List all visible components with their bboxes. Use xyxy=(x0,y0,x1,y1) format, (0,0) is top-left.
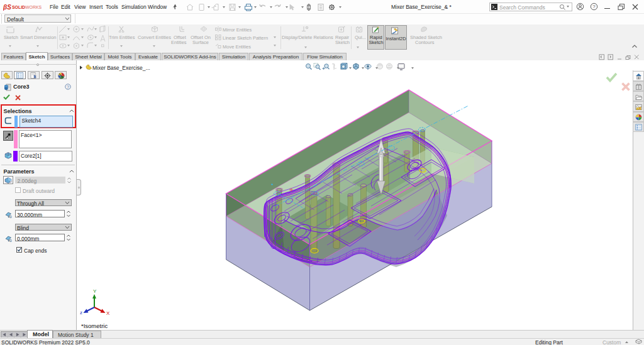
svg-text:X: X xyxy=(106,310,110,316)
svg-text:Y: Y xyxy=(93,288,97,294)
svg-text:*Isometric: *Isometric xyxy=(81,322,108,329)
svg-text:z: z xyxy=(80,310,82,315)
